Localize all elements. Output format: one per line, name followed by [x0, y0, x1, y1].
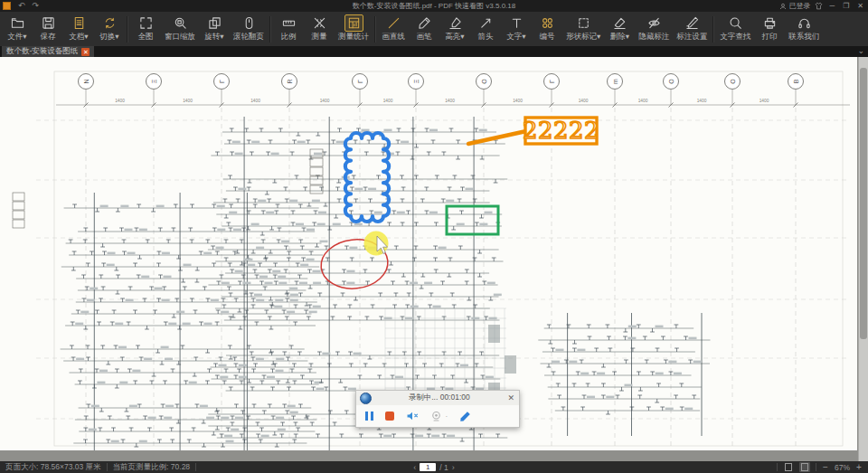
- folder-icon: [8, 14, 27, 32]
- next-page-button[interactable]: ›: [452, 463, 455, 472]
- toolbar-draw-line-label: 画直线: [382, 33, 405, 41]
- mute-audio-button[interactable]: [406, 411, 419, 421]
- maximize-button[interactable]: ❐: [841, 2, 851, 10]
- toolbar-full-view-label: 全图: [138, 33, 154, 41]
- redo-button[interactable]: ↷: [29, 0, 43, 12]
- fullscreen-icon: [137, 14, 156, 32]
- toolbar-pen-button[interactable]: 画笔: [409, 13, 439, 46]
- highlighter-icon: [446, 14, 465, 32]
- main-toolbar: 文件▾保存文档▾切换▾全图窗口缩放旋转▾滚轮翻页比例测量测量统计画直线画笔高亮▾…: [0, 12, 868, 46]
- stop-icon: [385, 412, 394, 421]
- scrollbar-thumb[interactable]: [860, 68, 867, 339]
- toolbar-numbering-button[interactable]: 编号: [532, 13, 562, 46]
- webcam-icon: [430, 411, 442, 422]
- toolbar-measure-stats-button[interactable]: 测量统计: [335, 13, 373, 46]
- toolbar-text-search-button[interactable]: 文字查找: [716, 13, 754, 46]
- numbering-icon: [538, 14, 557, 32]
- toolbar-rotate-button[interactable]: 旋转▾: [199, 13, 230, 46]
- toolbar-document-button[interactable]: 文档▾: [63, 13, 94, 46]
- window-title: 数个数-安装设备图纸.pdf - PDF 快速看图 v3.5.0.18: [0, 1, 868, 11]
- account-status[interactable]: 已登录: [779, 1, 810, 11]
- toolbar-rotate-label: 旋转▾: [204, 33, 223, 41]
- toolbar-switch-button[interactable]: 切换▾: [94, 13, 125, 46]
- toolbar-arrow-label: 箭头: [478, 33, 494, 41]
- prev-page-button[interactable]: ‹: [413, 463, 416, 472]
- toolbar-shape-markup-button[interactable]: 形状标记▾: [562, 13, 604, 46]
- chevron-down-icon[interactable]: ⌄: [857, 46, 864, 56]
- toolbar-print-label: 打印: [762, 33, 778, 41]
- svg-text:O: O: [668, 79, 675, 84]
- toolbar-markup-settings-label: 标注设置: [676, 33, 707, 41]
- tab-close-button[interactable]: ✕: [81, 48, 90, 56]
- recorder-header[interactable]: 录制中... 00:01:00 ✕: [356, 391, 519, 405]
- toolbar-highlight-label: 高亮▾: [445, 33, 464, 41]
- zoom-level-label: 67%: [835, 463, 850, 472]
- toolbar-contact-label: 联系我们: [788, 33, 819, 41]
- toolbar-measure-button[interactable]: 测量: [304, 13, 335, 46]
- close-button[interactable]: ✕: [855, 2, 865, 10]
- eraser-icon: [610, 14, 629, 32]
- pause-recording-button[interactable]: [365, 412, 373, 421]
- toolbar-hide-markup-button[interactable]: 隐藏标注: [635, 13, 673, 46]
- toolbar-save-button[interactable]: 保存: [33, 13, 63, 46]
- page-number-input[interactable]: 1: [420, 463, 436, 471]
- toolbar-contact-button[interactable]: 联系我们: [785, 13, 823, 46]
- toolbar-print-button[interactable]: 打印: [754, 13, 785, 46]
- toolbar-measure-stats-label: 测量统计: [338, 33, 369, 41]
- page-size-label: 页面大小: 78.56×73.03 厘米: [0, 462, 107, 473]
- recorder-menu-dot[interactable]: ·: [446, 412, 448, 421]
- title-bar: ↶ ↷ 数个数-安装设备图纸.pdf - PDF 快速看图 v3.5.0.18 …: [0, 0, 868, 12]
- undo-button[interactable]: ↶: [14, 0, 29, 12]
- toolbar-markup-settings-button[interactable]: 标注设置: [673, 13, 711, 46]
- toolbar-delete-button[interactable]: 删除▾: [604, 13, 635, 46]
- single-page-view-button[interactable]: [783, 462, 794, 472]
- vertical-scrollbar[interactable]: [858, 57, 868, 461]
- fit-page-view-button[interactable]: [799, 462, 810, 472]
- mouse-wheel-icon: [240, 14, 259, 32]
- svg-text:1400: 1400: [760, 99, 769, 103]
- svg-text:1400: 1400: [513, 99, 523, 103]
- toolbar-file-button[interactable]: 文件▾: [2, 13, 33, 46]
- toolbar-zoom-window-label: 窗口缩放: [165, 33, 195, 41]
- skin-icon[interactable]: [815, 2, 823, 10]
- svg-text:R: R: [287, 79, 293, 83]
- search-icon: [726, 14, 745, 32]
- headset-icon: [795, 14, 814, 32]
- recording-status-label: 录制中... 00:01:00: [372, 393, 506, 403]
- webcam-button[interactable]: [430, 411, 442, 422]
- toolbar-divider: [374, 16, 376, 43]
- line-icon: [384, 14, 403, 32]
- svg-text:Ξ: Ξ: [413, 79, 420, 83]
- stop-recording-button[interactable]: [385, 412, 394, 421]
- toolbar-scale-label: 比例: [281, 33, 297, 41]
- toolbar-arrow-button[interactable]: 箭头: [470, 13, 501, 46]
- recording-toolbar: 录制中... 00:01:00 ✕ ·: [355, 390, 520, 428]
- page-total-label: / 1: [439, 463, 448, 472]
- minimize-button[interactable]: ─: [827, 2, 836, 10]
- toolbar-full-view-button[interactable]: 全图: [130, 13, 161, 46]
- toolbar-draw-line-button[interactable]: 画直线: [378, 13, 409, 46]
- measure-scale-label: 当前页测量比例: 70.28: [108, 462, 196, 473]
- arrow-icon: [476, 14, 495, 32]
- zoom-out-button[interactable]: −: [822, 462, 829, 472]
- toolbar-text-button[interactable]: 文字▾: [501, 13, 532, 46]
- toolbar-divider: [712, 16, 714, 43]
- markup-settings-icon: [683, 14, 702, 32]
- annotate-button[interactable]: [459, 411, 471, 422]
- document-tab-label: 数个数-安装设备图纸: [6, 46, 78, 57]
- toolbar-highlight-button[interactable]: 高亮▾: [439, 13, 470, 46]
- recorder-close-button[interactable]: ✕: [506, 393, 515, 402]
- document-tab[interactable]: 数个数-安装设备图纸 ✕: [2, 46, 94, 57]
- toolbar-save-label: 保存: [41, 33, 56, 41]
- zoom-window-icon: [171, 14, 190, 32]
- svg-text:Γ: Γ: [357, 80, 363, 83]
- svg-text:1400: 1400: [697, 99, 707, 103]
- zoom-in-button[interactable]: +: [855, 462, 863, 472]
- recorder-logo-icon: [360, 393, 372, 404]
- toolbar-zoom-window-button[interactable]: 窗口缩放: [161, 13, 199, 46]
- toolbar-scale-button[interactable]: 比例: [273, 13, 304, 46]
- svg-text:1400: 1400: [579, 99, 589, 103]
- svg-text:m: m: [612, 79, 618, 84]
- toolbar-scroll-page-button[interactable]: 滚轮翻页: [230, 13, 268, 46]
- svg-text:N: N: [83, 79, 90, 83]
